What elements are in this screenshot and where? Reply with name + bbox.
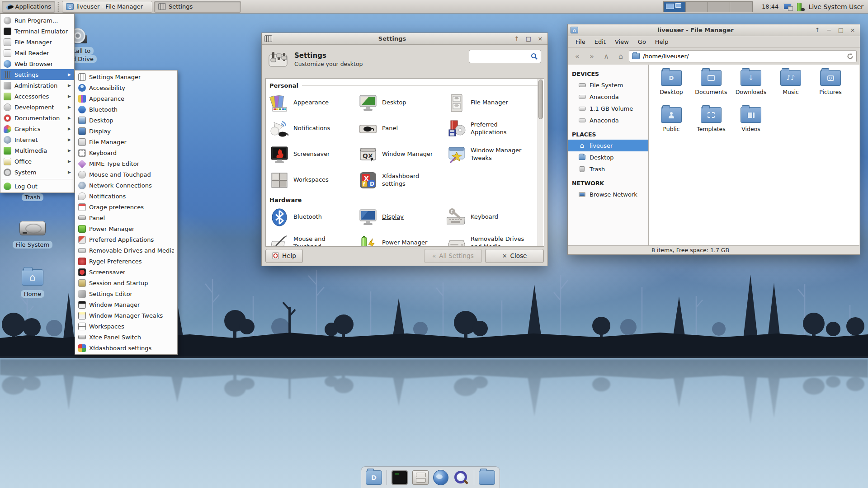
- menu-item-web-browser[interactable]: Web Browser: [0, 58, 74, 69]
- submenu-item-preferred-applications[interactable]: Preferred Applications: [75, 234, 177, 245]
- menu-file[interactable]: File: [571, 37, 590, 47]
- workspace-3[interactable]: [708, 2, 730, 12]
- settings-item-appearance[interactable]: Appearance: [269, 90, 357, 116]
- settings-item-display[interactable]: Display: [357, 204, 446, 230]
- settings-search-input[interactable]: [472, 53, 531, 60]
- close-button[interactable]: ✕ Close: [485, 249, 544, 263]
- settings-item-panel[interactable]: Panel: [357, 116, 446, 141]
- sidebar-item-desktop[interactable]: Desktop: [568, 151, 648, 163]
- submenu-item-xfdashboard-settings[interactable]: Xfdashboard settings: [75, 343, 177, 353]
- submenu-item-file-manager[interactable]: File Manager: [75, 136, 177, 147]
- submenu-item-settings-manager[interactable]: Settings Manager: [75, 71, 177, 82]
- settings-item-workspaces[interactable]: Workspaces: [269, 167, 357, 193]
- submenu-item-keyboard[interactable]: Keyboard: [75, 147, 177, 158]
- submenu-item-panel[interactable]: Panel: [75, 212, 177, 223]
- menu-item-log-out[interactable]: Log Out: [0, 181, 74, 192]
- menu-item-run-program[interactable]: Run Program...: [0, 15, 74, 26]
- menu-item-graphics[interactable]: Graphics▶: [0, 123, 74, 134]
- submenu-item-power-manager[interactable]: Power Manager: [75, 223, 177, 234]
- menu-item-office[interactable]: Office▶: [0, 156, 74, 167]
- workspace-1[interactable]: [664, 2, 686, 12]
- menu-item-documentation[interactable]: Documentation▶: [0, 113, 74, 123]
- submenu-item-notifications[interactable]: Notifications: [75, 191, 177, 202]
- folder-videos[interactable]: Videos: [731, 107, 771, 144]
- folder-downloads[interactable]: ↓ Downloads: [731, 70, 771, 107]
- sidebar-item-trash[interactable]: Trash: [568, 163, 648, 175]
- scrollbar-thumb[interactable]: [538, 80, 543, 119]
- settings-item-mouse-and-touchpad[interactable]: Mouse and Touchpad: [269, 230, 357, 247]
- menu-item-internet[interactable]: Internet▶: [0, 134, 74, 145]
- folder-templates[interactable]: Templates: [691, 107, 731, 144]
- close-window-button[interactable]: ×: [848, 26, 857, 34]
- panel-clock[interactable]: 18:44: [762, 3, 778, 10]
- sidebar-item-liveuser[interactable]: ⌂liveuser: [568, 140, 648, 151]
- workspace-switcher[interactable]: [663, 1, 753, 12]
- submenu-item-mime-type-editor[interactable]: MIME Type Editor: [75, 158, 177, 169]
- settings-scrollbar[interactable]: [538, 79, 543, 246]
- forward-button[interactable]: »: [585, 50, 598, 62]
- file-manager-titlebar[interactable]: liveuser - File Manager ↑ − □ ×: [568, 24, 860, 36]
- folder-pictures[interactable]: Pictures: [811, 70, 850, 107]
- menu-item-accessories[interactable]: Accessories▶: [0, 91, 74, 102]
- menu-edit[interactable]: Edit: [590, 37, 610, 47]
- settings-item-file-manager[interactable]: File Manager: [446, 90, 534, 116]
- sidebar-item-browse-network[interactable]: Browse Network: [568, 188, 648, 200]
- sidebar-item-anaconda-2[interactable]: Anaconda: [568, 114, 648, 126]
- menu-go[interactable]: Go: [634, 37, 650, 47]
- help-button[interactable]: Help: [265, 249, 303, 263]
- menu-item-mail-reader[interactable]: Mail Reader: [0, 47, 74, 58]
- display-settings-tray-icon[interactable]: [783, 3, 793, 11]
- dock-file-manager-icon[interactable]: [412, 470, 429, 485]
- close-window-button[interactable]: ×: [536, 35, 545, 43]
- submenu-item-session-and-startup[interactable]: Session and Startup: [75, 277, 177, 288]
- sidebar-item-file-system[interactable]: File System: [568, 79, 648, 91]
- settings-window-titlebar[interactable]: Settings ↑ □ ×: [262, 33, 547, 45]
- submenu-item-rygel-preferences[interactable]: Rygel Preferences: [75, 256, 177, 267]
- settings-item-power-manager[interactable]: Power Manager: [357, 230, 446, 247]
- dock-desktop-folder-icon[interactable]: D: [366, 470, 382, 485]
- shade-window-button[interactable]: ↑: [813, 26, 822, 34]
- settings-item-keyboard[interactable]: Keyboard: [446, 204, 534, 230]
- file-list-view[interactable]: D Desktop Documents ↓ Downloads ♪♪ Music…: [649, 65, 859, 245]
- settings-item-screensaver[interactable]: Screensaver: [269, 141, 357, 167]
- settings-item-bluetooth[interactable]: Bluetooth: [269, 204, 357, 230]
- settings-item-desktop[interactable]: Desktop: [357, 90, 446, 116]
- submenu-item-display[interactable]: Display: [75, 126, 177, 136]
- settings-item-preferred-applications[interactable]: Preferred Applications: [446, 116, 534, 141]
- shade-window-button[interactable]: ↑: [512, 35, 521, 43]
- task-button-file-manager[interactable]: liveuser - File Manager: [62, 1, 152, 13]
- settings-item-xfdashboard-settings[interactable]: X f D Xfdashboard settings: [357, 167, 446, 193]
- reload-icon[interactable]: [847, 53, 854, 60]
- submenu-item-removable-drives-and-media[interactable]: Removable Drives and Media: [75, 245, 177, 256]
- settings-item-removable-drives-and-media[interactable]: Removable Drives and Media: [446, 230, 534, 247]
- home-button[interactable]: ⌂: [614, 50, 627, 62]
- menu-help[interactable]: Help: [651, 37, 673, 47]
- sidebar-item-volume[interactable]: 1.1 GB Volume: [568, 103, 648, 114]
- menu-item-settings[interactable]: Settings▶: [0, 69, 74, 80]
- task-button-settings[interactable]: Settings: [154, 1, 241, 13]
- menu-item-administration[interactable]: Administration▶: [0, 80, 74, 91]
- folder-public[interactable]: Public: [651, 107, 691, 144]
- submenu-item-settings-editor[interactable]: Settings Editor: [75, 288, 177, 299]
- all-settings-button[interactable]: « All Settings: [424, 249, 482, 263]
- folder-desktop[interactable]: D Desktop: [651, 70, 691, 107]
- desktop-icon-file-system[interactable]: File System: [8, 221, 57, 249]
- menu-view[interactable]: View: [611, 37, 633, 47]
- submenu-item-workspaces[interactable]: Workspaces: [75, 321, 177, 332]
- submenu-item-appearance[interactable]: Appearance: [75, 93, 177, 104]
- dock-home-folder-icon[interactable]: [479, 470, 495, 485]
- submenu-item-xfce-panel-switch[interactable]: Xfce Panel Switch: [75, 332, 177, 343]
- settings-item-window-manager-tweaks[interactable]: Window Manager Tweaks: [446, 141, 534, 167]
- workspace-2[interactable]: [686, 2, 708, 12]
- up-button[interactable]: ∧: [600, 50, 613, 62]
- desktop-icon-home[interactable]: ⌂ Home: [8, 269, 57, 298]
- submenu-item-window-manager[interactable]: Window Manager: [75, 299, 177, 310]
- settings-item-window-manager[interactable]: QX Window Manager: [357, 141, 446, 167]
- dock-application-finder-icon[interactable]: [453, 470, 469, 485]
- back-button[interactable]: «: [571, 50, 584, 62]
- menu-item-development[interactable]: Development▶: [0, 102, 74, 113]
- settings-search-box[interactable]: [469, 50, 541, 63]
- applications-menu-button[interactable]: Applications: [2, 1, 55, 13]
- location-bar[interactable]: [629, 50, 857, 62]
- dock-terminal-icon[interactable]: [392, 470, 408, 485]
